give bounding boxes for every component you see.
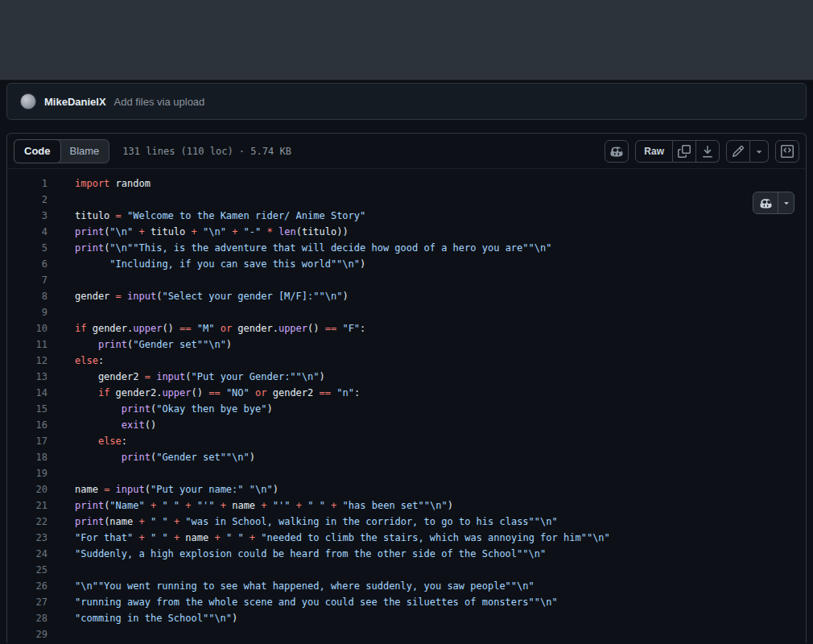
line-content: if gender2.upper() == "NO" or gender2 ==… — [47, 385, 360, 401]
line-number[interactable]: 13 — [7, 369, 47, 385]
file-toolbar: Code Blame 131 lines (110 loc) · 5.74 KB… — [7, 134, 806, 169]
line-content: print("\n""This, is the adventure that w… — [47, 240, 551, 256]
code-line: 2 — [7, 192, 806, 208]
line-number[interactable]: 17 — [7, 433, 47, 449]
line-number[interactable]: 20 — [7, 481, 47, 497]
line-number[interactable]: 15 — [7, 401, 47, 417]
line-number[interactable]: 26 — [7, 578, 47, 594]
copilot-floating-button[interactable] — [753, 192, 794, 214]
code-line: 26"\n""You went running to see what happ… — [7, 578, 806, 594]
line-number[interactable]: 21 — [7, 497, 47, 514]
copy-raw-button[interactable] — [673, 140, 696, 163]
line-number[interactable]: 28 — [7, 610, 47, 626]
download-raw-button[interactable] — [696, 140, 720, 163]
code-line: 22print(name + " " + "was in School, wal… — [7, 514, 806, 530]
line-number[interactable]: 29 — [7, 626, 47, 642]
code-line: 20name = input("Put your name:" "\n") — [7, 481, 806, 497]
pencil-icon — [732, 145, 745, 158]
line-content: "Suddenly, a high explosion could be hea… — [47, 546, 546, 562]
line-content: "For that" + " " + name + " " + "needed … — [47, 530, 610, 546]
line-number[interactable]: 4 — [7, 224, 47, 240]
line-number[interactable]: 24 — [7, 546, 47, 562]
commit-author-link[interactable]: MikeDanielX — [44, 96, 106, 108]
line-number[interactable]: 12 — [7, 353, 47, 369]
code-line: 3titulo = "Welcome to the Kamen rider/ A… — [7, 208, 806, 224]
line-number[interactable]: 23 — [7, 530, 47, 546]
line-content — [47, 192, 75, 208]
symbols-panel-button[interactable] — [775, 140, 799, 163]
code-line: 25 — [7, 562, 806, 578]
latest-commit-bar: MikeDanielX Add files via upload — [6, 83, 807, 120]
code-square-icon — [781, 145, 794, 158]
file-view-card: Code Blame 131 lines (110 loc) · 5.74 KB… — [6, 133, 807, 643]
commit-message-link[interactable]: Add files via upload — [114, 96, 205, 108]
line-content: print("Gender set""\n") — [47, 449, 255, 465]
line-number[interactable]: 27 — [7, 594, 47, 610]
line-content — [47, 562, 75, 578]
code-line: 13 gender2 = input("Put your Gender:""\n… — [7, 369, 806, 385]
edit-dropdown-button[interactable] — [750, 140, 769, 163]
copilot-icon — [610, 145, 623, 158]
line-content — [47, 465, 75, 481]
line-content — [47, 272, 75, 288]
raw-button[interactable]: Raw — [635, 140, 673, 163]
line-number[interactable]: 25 — [7, 562, 47, 578]
line-number[interactable]: 8 — [7, 288, 47, 304]
line-content: print("\n" + titulo + "\n" + "-" * len(t… — [47, 224, 349, 240]
main-content: MikeDanielX Add files via upload Code Bl… — [0, 80, 813, 643]
download-icon — [701, 145, 714, 158]
line-number[interactable]: 16 — [7, 417, 47, 433]
tab-blame[interactable]: Blame — [60, 139, 109, 163]
line-content: gender = input("Select your gender [M/F]… — [47, 288, 349, 304]
code-line: 9 — [7, 304, 806, 320]
line-number[interactable]: 1 — [7, 175, 47, 192]
copilot-button[interactable] — [605, 140, 629, 163]
copilot-icon[interactable] — [753, 192, 778, 213]
edit-file-button[interactable] — [726, 140, 750, 163]
line-content — [47, 626, 75, 642]
code-line: 8gender = input("Select your gender [M/F… — [7, 288, 806, 304]
line-number[interactable]: 7 — [7, 272, 47, 288]
code-line: 29 — [7, 626, 806, 642]
code-line: 5print("\n""This, is the adventure that … — [7, 240, 806, 256]
code-line: 14 if gender2.upper() == "NO" or gender2… — [7, 385, 806, 401]
code-line: 27"running away from the whole scene and… — [7, 594, 806, 610]
line-number[interactable]: 5 — [7, 240, 47, 256]
code-line: 28"comming in the School""\n") — [7, 610, 806, 626]
line-content: print("Gender set""\n") — [47, 336, 232, 353]
line-content: print("Name" + " " + "'" + name + "'" + … — [47, 497, 453, 514]
avatar[interactable] — [20, 93, 36, 109]
line-number[interactable]: 22 — [7, 514, 47, 530]
edit-actions-group — [726, 140, 769, 163]
line-number[interactable]: 10 — [7, 320, 47, 336]
code-line: 16 exit() — [7, 417, 806, 433]
tab-code[interactable]: Code — [14, 139, 61, 163]
line-content: "Including, if you can save this world""… — [47, 256, 365, 272]
line-number[interactable]: 14 — [7, 385, 47, 401]
line-number[interactable]: 11 — [7, 336, 47, 353]
line-number[interactable]: 2 — [7, 192, 47, 208]
code-line: 4print("\n" + titulo + "\n" + "-" * len(… — [7, 224, 806, 240]
code-line: 19 — [7, 465, 806, 481]
line-number[interactable]: 3 — [7, 208, 47, 224]
code-line: 1import random — [7, 175, 806, 192]
file-meta-info: 131 lines (110 loc) · 5.74 KB — [122, 146, 291, 157]
line-content: print(name + " " + "was in School, walki… — [47, 514, 558, 530]
line-number[interactable]: 18 — [7, 449, 47, 465]
code-line: 23"For that" + " " + name + " " + "neede… — [7, 530, 806, 546]
chevron-down-icon[interactable] — [778, 192, 794, 213]
line-content: print("Okay then bye bye") — [47, 401, 273, 417]
chevron-down-icon — [753, 146, 765, 157]
code-line: 18 print("Gender set""\n") — [7, 449, 806, 465]
line-number[interactable]: 6 — [7, 256, 47, 272]
code-blame-switch: Code Blame — [14, 139, 109, 163]
line-content: "comming in the School""\n") — [47, 610, 237, 626]
code-line: 7 — [7, 272, 806, 288]
line-content: exit() — [47, 417, 156, 433]
line-content: import random — [47, 175, 151, 192]
line-number[interactable]: 9 — [7, 304, 47, 320]
line-content: titulo = "Welcome to the Kamen rider/ An… — [47, 208, 365, 224]
line-number[interactable]: 19 — [7, 465, 47, 481]
line-content: "running away from the whole scene and y… — [47, 594, 558, 610]
line-content: else: — [47, 433, 127, 449]
